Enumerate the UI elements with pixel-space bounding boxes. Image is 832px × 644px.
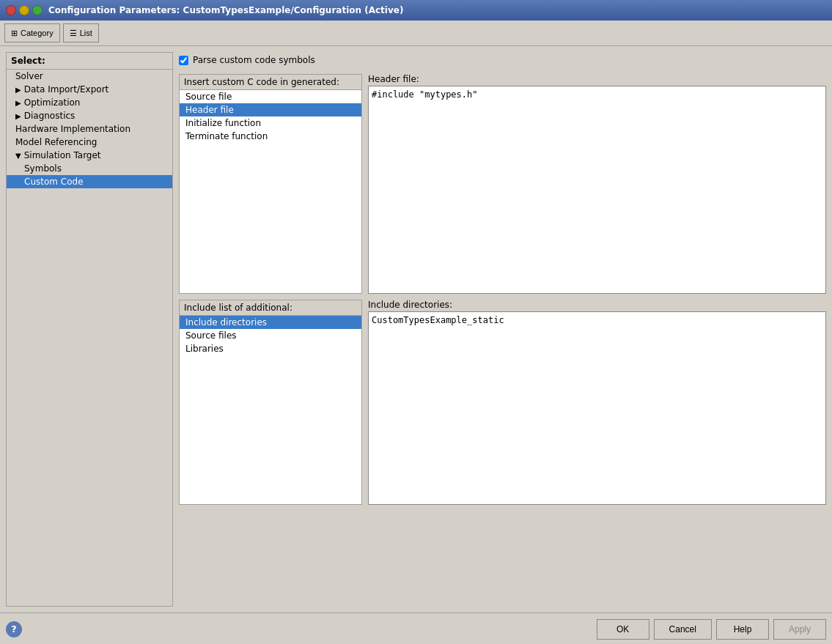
include-item-libraries[interactable]: Libraries — [180, 342, 361, 355]
left-panel: Select: Solver ▶ Data Import/Export ▶ Op… — [6, 52, 173, 607]
maximize-button[interactable] — [32, 5, 43, 15]
insert-item-terminate-function[interactable]: Terminate function — [180, 130, 361, 143]
insert-panel-list: Source file Header file Initialize funct… — [180, 90, 361, 293]
sidebar-item-label: Custom Code — [24, 177, 84, 187]
include-panel-header: Include list of additional: — [180, 300, 361, 316]
expand-icon: ▶ — [15, 86, 21, 94]
category-button[interactable]: ⊞ Category — [4, 23, 60, 42]
insert-panel-header: Insert custom C code in generated: — [180, 75, 361, 90]
parse-custom-code-checkbox[interactable] — [179, 56, 188, 65]
insert-panel-col: Insert custom C code in generated: Sourc… — [179, 74, 362, 294]
sidebar-item-model-referencing[interactable]: Model Referencing — [7, 136, 172, 149]
help-button[interactable]: Help — [716, 619, 769, 640]
header-file-textarea[interactable] — [368, 86, 826, 294]
insert-panel: Insert custom C code in generated: Sourc… — [179, 74, 362, 294]
header-file-col: Header file: — [368, 74, 826, 294]
button-bar: ? OK Cancel Help Apply — [0, 612, 832, 644]
include-panel-list: Include directories Source files Librari… — [180, 316, 361, 504]
sidebar-item-label: Data Import/Export — [24, 84, 109, 95]
include-panel: Include list of additional: Include dire… — [179, 300, 362, 505]
expand-icon: ▶ — [15, 112, 21, 120]
ok-button[interactable]: OK — [597, 619, 649, 640]
sidebar-item-data-import-export[interactable]: ▶ Data Import/Export — [7, 83, 172, 96]
expand-icon: ▼ — [15, 152, 21, 160]
include-directories-textarea[interactable] — [368, 311, 826, 505]
help-icon-circle[interactable]: ? — [6, 621, 22, 637]
sidebar-item-label: Model Referencing — [15, 137, 97, 147]
include-directories-col: Include directories: — [368, 300, 826, 505]
header-file-label: Header file: — [368, 74, 826, 84]
sidebar-item-label: Symbols — [24, 163, 62, 174]
sidebar-item-label: Diagnostics — [24, 111, 76, 121]
include-item-source-files[interactable]: Source files — [180, 329, 361, 342]
left-panel-header: Select: — [7, 53, 172, 70]
sidebar-item-label: Optimization — [24, 97, 81, 108]
close-button[interactable] — [6, 5, 16, 15]
list-button[interactable]: ☰ List — [63, 23, 99, 42]
sidebar-item-symbols[interactable]: Symbols — [7, 162, 172, 175]
title-bar: Configuration Parameters: CustomTypesExa… — [0, 0, 832, 21]
grid-icon: ⊞ — [11, 29, 18, 38]
parse-custom-code-row: Parse custom code symbols — [179, 52, 826, 68]
content-area: Select: Solver ▶ Data Import/Export ▶ Op… — [0, 46, 832, 612]
list-icon: ☰ — [70, 29, 77, 38]
sidebar-item-optimization[interactable]: ▶ Optimization — [7, 96, 172, 109]
sidebar-item-hardware-implementation[interactable]: Hardware Implementation — [7, 122, 172, 136]
include-item-include-directories[interactable]: Include directories — [180, 316, 361, 329]
top-two-col: Insert custom C code in generated: Sourc… — [179, 74, 826, 294]
sidebar-item-custom-code[interactable]: Custom Code — [7, 175, 172, 188]
minimize-button[interactable] — [19, 5, 29, 15]
sidebar-item-label: Solver — [15, 71, 43, 81]
apply-button[interactable]: Apply — [773, 619, 826, 640]
sidebar-item-simulation-target[interactable]: ▼ Simulation Target — [7, 149, 172, 162]
insert-item-initialize-function[interactable]: Initialize function — [180, 116, 361, 130]
toolbar: ⊞ Category ☰ List — [0, 21, 832, 46]
cancel-button[interactable]: Cancel — [654, 619, 712, 640]
sidebar-item-diagnostics[interactable]: ▶ Diagnostics — [7, 109, 172, 122]
main-area: Select: Solver ▶ Data Import/Export ▶ Op… — [0, 46, 832, 644]
expand-icon: ▶ — [15, 99, 21, 107]
sidebar-item-label: Hardware Implementation — [15, 124, 130, 134]
bottom-row: Include list of additional: Include dire… — [179, 300, 826, 505]
insert-item-source-file[interactable]: Source file — [180, 90, 361, 103]
parse-custom-code-label: Parse custom code symbols — [193, 55, 315, 65]
window-controls[interactable] — [6, 5, 43, 15]
sidebar-item-solver[interactable]: Solver — [7, 70, 172, 83]
window-title: Configuration Parameters: CustomTypesExa… — [48, 5, 403, 15]
right-panel: Parse custom code symbols Insert custom … — [179, 52, 826, 607]
insert-item-header-file[interactable]: Header file — [180, 103, 361, 116]
sidebar-item-label: Simulation Target — [24, 150, 101, 160]
include-directories-label: Include directories: — [368, 300, 826, 310]
